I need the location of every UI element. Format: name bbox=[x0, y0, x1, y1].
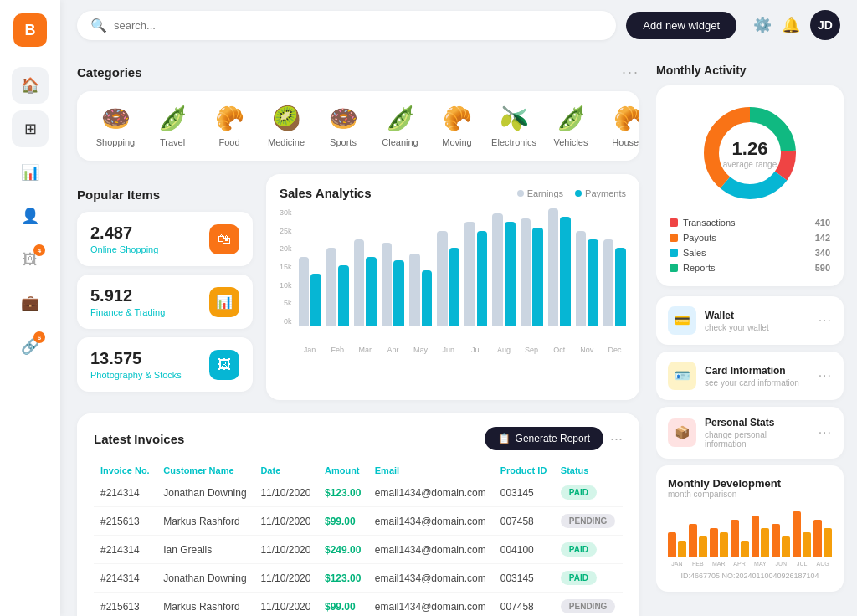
earnings-bar bbox=[382, 243, 393, 326]
bar-month-label: Oct bbox=[548, 346, 571, 354]
table-row[interactable]: #215613Markus Rashford11/10/2020$99.00em… bbox=[94, 507, 623, 536]
category-shopping[interactable]: 🍩 Shopping bbox=[94, 105, 137, 147]
table-row[interactable]: #214314Jonathan Downing11/10/2020$123.00… bbox=[94, 479, 623, 507]
bar-group-aug bbox=[492, 213, 515, 326]
bar-month-label: Aug bbox=[492, 346, 515, 354]
categories-list: 🍩 Shopping 🫛 Travel 🥐 Food 🥝 Medicine 🍩 bbox=[77, 91, 639, 161]
wallet-card[interactable]: 💳 Wallet check your wallet ··· bbox=[656, 296, 844, 345]
personal-stats-card[interactable]: 📦 Personal Stats change personal informa… bbox=[656, 407, 844, 459]
earnings-bar bbox=[576, 231, 587, 326]
payments-bar bbox=[338, 265, 349, 326]
email: email1434@domain.com bbox=[368, 507, 494, 536]
sidebar-item-dashboard[interactable]: ⊞ bbox=[12, 110, 49, 147]
card-info-subtitle: see your card information bbox=[705, 378, 810, 388]
bar-month-label: May bbox=[409, 346, 432, 354]
popular-card-shopping[interactable]: 2.487 Online Shopping 🛍 bbox=[77, 212, 253, 266]
payments-bar bbox=[505, 222, 516, 326]
transactions-dot bbox=[670, 218, 678, 227]
customer-name: Jonathan Downing bbox=[157, 479, 254, 507]
product-id: 004100 bbox=[494, 536, 554, 564]
popular-card-left: 13.575 Photography & Stocks bbox=[90, 349, 182, 380]
settings-icon[interactable]: ⚙️ bbox=[753, 16, 772, 34]
donut-wrapper: 1.26 average range bbox=[670, 99, 830, 208]
earnings-bar bbox=[603, 239, 614, 326]
date: 11/10/2020 bbox=[254, 536, 318, 564]
category-vehicles[interactable]: 🫛 Vehicles bbox=[549, 105, 593, 147]
mini-bar-group bbox=[668, 532, 686, 557]
reports-badge: 4 bbox=[33, 244, 45, 256]
bar-month-label: Mar bbox=[354, 346, 377, 354]
invoices-more[interactable]: ··· bbox=[610, 430, 623, 448]
category-houses[interactable]: 🥐 Houses bbox=[606, 105, 639, 147]
popular-card-label: Finance & Trading bbox=[90, 307, 165, 317]
sidebar-item-share[interactable]: 🔗 6 bbox=[12, 328, 49, 365]
search-input[interactable] bbox=[114, 19, 603, 32]
app-logo[interactable]: B bbox=[13, 13, 47, 47]
sidebar-item-reports[interactable]: 🖼 4 bbox=[12, 241, 49, 278]
col-amount: Amount bbox=[318, 462, 368, 479]
donut-chart: 1.26 average range bbox=[695, 99, 804, 208]
earnings-bar bbox=[354, 239, 365, 326]
category-travel[interactable]: 🫛 Travel bbox=[151, 105, 194, 147]
table-row[interactable]: #214314Ian Grealis11/10/2020$249.00email… bbox=[94, 536, 623, 564]
amount: $123.00 bbox=[318, 479, 368, 507]
wallet-more[interactable]: ··· bbox=[819, 313, 832, 328]
add-widget-button[interactable]: Add new widget bbox=[626, 12, 736, 39]
sidebar-item-briefcase[interactable]: 💼 bbox=[12, 285, 49, 321]
transactions-label: Transactions bbox=[683, 218, 736, 228]
col-status: Status bbox=[554, 462, 623, 479]
wallet-subtitle: check your wallet bbox=[705, 323, 810, 332]
shopping-card-icon: 🛍 bbox=[209, 224, 239, 254]
sales-analytics-header: Sales Analytics Earnings Payments bbox=[280, 186, 626, 200]
payments-label: Payments bbox=[585, 188, 626, 198]
status: PAID bbox=[554, 536, 623, 564]
invoices-table: Invoice No. Customer Name Date Amount Em… bbox=[94, 462, 623, 616]
legend-payments: Payments bbox=[575, 188, 626, 198]
generate-report-button[interactable]: 📋 Generate Report bbox=[485, 427, 603, 450]
sidebar-item-home[interactable]: 🏠 bbox=[12, 67, 49, 104]
category-label: Shopping bbox=[96, 137, 136, 147]
popular-card-left: 2.487 Online Shopping bbox=[90, 223, 158, 254]
bar-month-label: Feb bbox=[326, 346, 349, 354]
sidebar-item-users[interactable]: 👤 bbox=[12, 198, 49, 234]
donut-label: average range bbox=[723, 160, 777, 169]
earnings-bar bbox=[299, 257, 310, 326]
category-food[interactable]: 🥐 Food bbox=[208, 105, 251, 147]
card-info-more[interactable]: ··· bbox=[819, 368, 832, 383]
sales-dot bbox=[670, 249, 678, 257]
table-row[interactable]: #214314Jonathan Downing11/10/2020$123.00… bbox=[94, 564, 623, 593]
product-id: 007458 bbox=[494, 593, 554, 617]
avatar[interactable]: JD bbox=[810, 10, 840, 40]
personal-stats-more[interactable]: ··· bbox=[819, 425, 832, 440]
col-date: Date bbox=[254, 462, 318, 479]
earnings-bar bbox=[521, 218, 531, 326]
card-info-card[interactable]: 🪪 Card Information see your card informa… bbox=[656, 352, 844, 400]
category-medicine[interactable]: 🥝 Medicine bbox=[264, 105, 308, 147]
sidebar-item-analytics[interactable]: 📊 bbox=[12, 154, 49, 191]
search-box[interactable]: 🔍 bbox=[77, 11, 616, 40]
notifications-icon[interactable]: 🔔 bbox=[782, 16, 800, 34]
category-electronics[interactable]: 🫒 Electronics bbox=[492, 105, 536, 147]
popular-card-label: Online Shopping bbox=[90, 244, 158, 254]
shopping-icon: 🍩 bbox=[101, 105, 131, 132]
popular-items-header: Popular Items bbox=[77, 187, 253, 202]
category-cleaning[interactable]: 🫛 Cleaning bbox=[378, 105, 422, 147]
popular-card-finance[interactable]: 5.912 Finance & Trading 📊 bbox=[77, 275, 253, 329]
mini-bar bbox=[741, 541, 749, 557]
payments-bar bbox=[615, 248, 626, 326]
category-moving[interactable]: 🥐 Moving bbox=[435, 105, 479, 147]
invoices-tbody: #214314Jonathan Downing11/10/2020$123.00… bbox=[94, 479, 623, 616]
bar-group-may bbox=[409, 254, 432, 326]
email: email1434@domain.com bbox=[368, 564, 494, 593]
bar-group-apr bbox=[382, 243, 404, 326]
mini-bar-group bbox=[689, 524, 707, 557]
categories-more[interactable]: ··· bbox=[622, 64, 639, 81]
payments-bar bbox=[393, 260, 404, 326]
payouts-dot bbox=[670, 234, 678, 242]
sports-icon: 🍩 bbox=[329, 105, 358, 132]
table-row[interactable]: #215613Markus Rashford11/10/2020$99.00em… bbox=[94, 593, 623, 617]
popular-card-photography[interactable]: 13.575 Photography & Stocks 🖼 bbox=[77, 337, 253, 392]
cleaning-icon: 🫛 bbox=[386, 105, 415, 132]
category-sports[interactable]: 🍩 Sports bbox=[321, 105, 365, 147]
monthly-development-card: Monthly Development month comparison JAN… bbox=[656, 465, 844, 592]
